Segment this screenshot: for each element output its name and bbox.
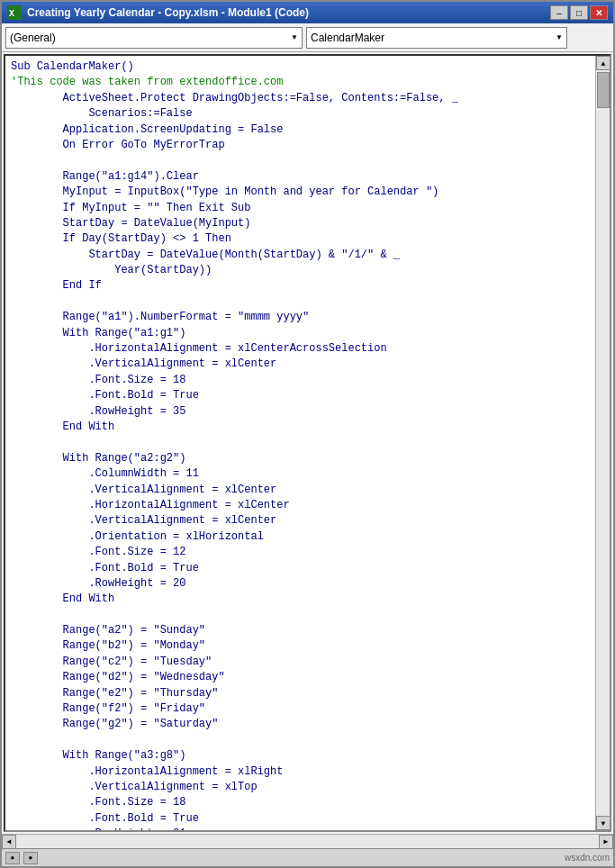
code-text: Sub CalendarMaker() 'This code was taken… bbox=[11, 59, 590, 830]
scroll-up-button[interactable]: ▲ bbox=[596, 56, 610, 70]
calendarmaker-dropdown-value: CalendarMaker bbox=[311, 32, 384, 44]
status-bar: ● ● wsxdn.com bbox=[2, 848, 613, 866]
scroll-down-button[interactable]: ▼ bbox=[596, 816, 610, 830]
scroll-left-button[interactable]: ◀ bbox=[2, 835, 16, 849]
maximize-button[interactable]: □ bbox=[570, 5, 588, 20]
general-dropdown-value: (General) bbox=[10, 32, 56, 44]
scroll-right-button[interactable]: ▶ bbox=[599, 835, 613, 849]
calendarmaker-dropdown-arrow: ▼ bbox=[556, 33, 563, 41]
close-button[interactable]: ✕ bbox=[590, 5, 608, 20]
code-editor: Sub CalendarMaker() 'This code was taken… bbox=[4, 54, 611, 832]
horizontal-scrollbar[interactable]: ◀ ▶ bbox=[2, 834, 613, 848]
watermark: wsxdn.com bbox=[565, 853, 610, 863]
app-icon: X bbox=[7, 5, 22, 20]
scroll-track[interactable] bbox=[596, 70, 610, 816]
hscroll-track[interactable] bbox=[16, 835, 599, 849]
vertical-scrollbar[interactable]: ▲ ▼ bbox=[595, 56, 610, 830]
title-bar: X Creating Yearly Calendar - Copy.xlsm -… bbox=[2, 2, 613, 23]
minimize-button[interactable]: – bbox=[550, 5, 568, 20]
calendarmaker-dropdown[interactable]: CalendarMaker ▼ bbox=[306, 27, 567, 49]
main-window: X Creating Yearly Calendar - Copy.xlsm -… bbox=[0, 0, 615, 868]
general-dropdown-arrow: ▼ bbox=[291, 33, 298, 41]
toolbar: (General) ▼ CalendarMaker ▼ bbox=[2, 23, 613, 52]
code-content[interactable]: Sub CalendarMaker() 'This code was taken… bbox=[5, 56, 595, 830]
status-icons: ● ● bbox=[5, 852, 38, 864]
window-controls: – □ ✕ bbox=[550, 5, 608, 20]
window-title: Creating Yearly Calendar - Copy.xlsm - M… bbox=[27, 6, 550, 19]
status-icon-1: ● bbox=[5, 852, 20, 864]
svg-text:X: X bbox=[9, 9, 14, 19]
general-dropdown[interactable]: (General) ▼ bbox=[5, 27, 303, 49]
status-icon-2: ● bbox=[23, 852, 38, 864]
scroll-thumb[interactable] bbox=[597, 72, 610, 108]
